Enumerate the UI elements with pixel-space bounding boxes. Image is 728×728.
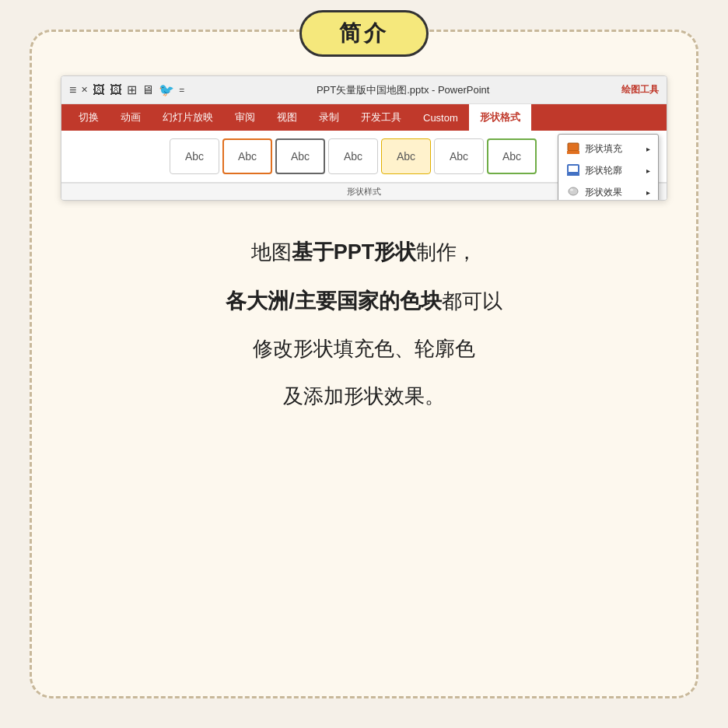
text-content: 地图基于PPT形状制作， 各大洲/主要国家的色块都可以 修改形状填充色、轮廓色 … xyxy=(63,222,665,425)
svg-rect-2 xyxy=(568,165,579,173)
image-icon: 🖼 xyxy=(93,83,105,97)
shape-box-2[interactable]: Abc xyxy=(222,138,272,174)
outline-icon xyxy=(566,163,580,177)
shape-box-5[interactable]: Abc xyxy=(381,138,431,174)
text-2-bold: 各大洲/主要国家的色块 xyxy=(226,289,442,313)
fill-icon xyxy=(566,142,580,156)
outline-arrow: ▸ xyxy=(646,166,650,175)
tab-animation[interactable]: 动画 xyxy=(110,104,152,131)
shape-format-panel: 形状填充 ▸ 形状轮廓 ▸ xyxy=(558,134,659,201)
text-line-2: 各大洲/主要国家的色块都可以 xyxy=(63,282,665,320)
tab-slideshow[interactable]: 幻灯片放映 xyxy=(152,104,224,131)
tab-record[interactable]: 录制 xyxy=(308,104,350,131)
ppt-title: PPT矢量版中国地图.pptx - PowerPoint xyxy=(184,83,621,97)
tab-view[interactable]: 视图 xyxy=(266,104,308,131)
menu-icon: ≡ xyxy=(69,83,76,97)
image2-icon: 🖼 xyxy=(110,83,122,97)
svg-rect-1 xyxy=(567,151,579,154)
tab-switch[interactable]: 切换 xyxy=(68,104,110,131)
ribbon-content: Abc Abc Abc Abc Abc Abc Abc ▲ ▼ ▾ xyxy=(61,131,667,183)
fill-arrow: ▸ xyxy=(646,145,650,153)
text-line-1: 地图基于PPT形状制作， xyxy=(63,233,665,271)
svg-rect-3 xyxy=(567,173,579,176)
svg-point-4 xyxy=(569,187,578,195)
title-text: 简介 xyxy=(339,21,389,45)
drawing-tools-label: 绘图工具 xyxy=(621,83,659,96)
format-effect[interactable]: 形状效果 ▸ xyxy=(558,181,658,201)
effect-icon xyxy=(566,185,580,199)
close-icon: ✕ xyxy=(81,85,88,95)
toolbar-icons: ≡ ✕ 🖼 🖼 ⊞ 🖥 🐦 = xyxy=(69,82,184,97)
text-line-4: 及添加形状效果。 xyxy=(63,378,665,415)
table-icon: ⊞ xyxy=(127,82,137,97)
text-1-bold: 基于PPT形状 xyxy=(292,240,417,264)
fill-label: 形状填充 xyxy=(585,142,622,156)
shape-box-1[interactable]: Abc xyxy=(170,138,219,174)
effect-arrow: ▸ xyxy=(646,188,650,197)
text-1-before: 地图 xyxy=(251,240,292,264)
tab-review[interactable]: 审阅 xyxy=(224,104,266,131)
title-badge: 简介 xyxy=(299,10,429,57)
format-outline[interactable]: 形状轮廓 ▸ xyxy=(558,159,658,181)
text-line-3: 修改形状填充色、轮廓色 xyxy=(63,331,665,367)
screen-icon: 🖥 xyxy=(142,83,154,97)
outer-card: 简介 ≡ ✕ 🖼 🖼 ⊞ 🖥 🐦 = PPT矢量版中国地图.pptx - Pow… xyxy=(30,30,698,698)
shape-styles-row: Abc Abc Abc Abc Abc Abc Abc xyxy=(170,135,537,177)
ribbon-nav: 切换 动画 幻灯片放映 审阅 视图 录制 开发工具 Custom 形状格式 xyxy=(61,104,667,131)
text-4-before: 及添加形状效果。 xyxy=(283,384,445,408)
text-2-after: 都可以 xyxy=(442,289,502,313)
tab-devtools[interactable]: 开发工具 xyxy=(350,104,412,131)
ppt-titlebar: ≡ ✕ 🖼 🖼 ⊞ 🖥 🐦 = PPT矢量版中国地图.pptx - PowerP… xyxy=(61,76,667,104)
bird-icon: 🐦 xyxy=(159,82,174,97)
tab-shape-format[interactable]: 形状格式 xyxy=(469,104,531,131)
shape-styles-area: Abc Abc Abc Abc Abc Abc Abc xyxy=(69,135,637,177)
text-3-before: 修改形状填充色、轮廓色 xyxy=(253,337,475,360)
text-1-after: 制作， xyxy=(416,240,477,264)
shape-box-7[interactable]: Abc xyxy=(487,138,537,174)
ppt-screenshot: ≡ ✕ 🖼 🖼 ⊞ 🖥 🐦 = PPT矢量版中国地图.pptx - PowerP… xyxy=(61,75,667,201)
outline-label: 形状轮廓 xyxy=(585,164,622,177)
shape-box-3[interactable]: Abc xyxy=(275,138,325,174)
format-fill[interactable]: 形状填充 ▸ xyxy=(558,138,658,159)
equals-icon: = xyxy=(179,85,184,96)
effect-label: 形状效果 xyxy=(585,186,622,199)
tab-custom[interactable]: Custom xyxy=(412,104,469,131)
shape-box-6[interactable]: Abc xyxy=(434,138,484,174)
shape-box-4[interactable]: Abc xyxy=(328,138,378,174)
svg-rect-0 xyxy=(568,143,579,151)
svg-point-5 xyxy=(570,189,573,191)
